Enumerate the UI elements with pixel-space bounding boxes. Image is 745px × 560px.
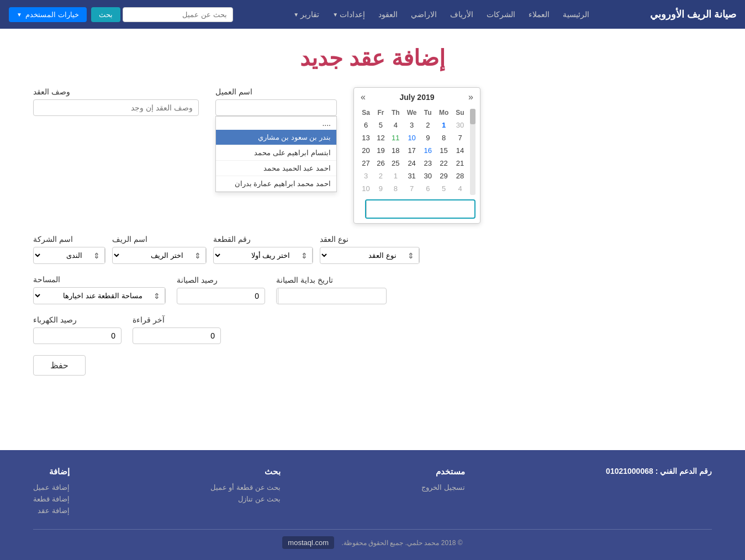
support-label: رقم الدعم الفني :	[656, 467, 712, 476]
cal-day[interactable]: 10	[403, 131, 421, 144]
last-reading-input[interactable]	[133, 327, 221, 344]
cal-day[interactable]: 29	[435, 170, 452, 182]
date-input[interactable]	[367, 202, 474, 217]
plot-arrow[interactable]: ⇕	[297, 248, 313, 263]
footer-grid: رقم الدعم الفني : 01021000068 مستخدم تسج…	[33, 467, 712, 518]
cal-day[interactable]: 9	[373, 182, 388, 195]
brand: صيانة الريف الأوروبي	[650, 8, 736, 20]
maintenance-date-calendar-button[interactable]: 📅	[276, 288, 278, 304]
cal-day[interactable]: 10	[358, 182, 373, 195]
calendar-toggle-button[interactable]: 📅	[365, 200, 367, 218]
plot-select[interactable]: اختر ريف أولا	[214, 247, 297, 263]
cal-day[interactable]: 13	[358, 131, 373, 144]
user-options-button[interactable]: خيارات المستخدم	[9, 7, 87, 22]
company-select[interactable]: الندى	[34, 247, 89, 263]
cal-day[interactable]: 2	[373, 170, 388, 182]
footer-add-client[interactable]: إضافة عميل	[33, 483, 70, 492]
cal-day[interactable]: 17	[403, 144, 421, 157]
footer-add-title: إضافة	[33, 467, 70, 477]
cal-day[interactable]: 5	[435, 182, 452, 195]
reef-arrow[interactable]: ⇕	[190, 248, 206, 263]
area-arrow[interactable]: ⇕	[149, 288, 165, 304]
save-button[interactable]: حفظ	[33, 355, 86, 376]
contract-desc-input[interactable]	[33, 99, 199, 116]
client-item-0[interactable]: بندر بن سعود بن مشاري	[216, 130, 336, 145]
electric-balance-input[interactable]	[33, 327, 121, 344]
cal-day[interactable]: 27	[358, 157, 373, 170]
cal-day[interactable]: 5	[373, 119, 388, 131]
cal-day[interactable]: 31	[403, 170, 421, 182]
electric-balance-group: رصيد الكهرباء	[33, 315, 121, 344]
cal-day[interactable]: 20	[358, 144, 373, 157]
cal-prev-button[interactable]: «	[466, 92, 475, 102]
cal-day[interactable]: 12	[373, 131, 388, 144]
cal-day[interactable]: 16	[420, 144, 435, 157]
cal-day[interactable]: 8	[435, 131, 452, 144]
cal-day[interactable]: 4	[452, 182, 468, 195]
cal-day[interactable]: 25	[388, 157, 403, 170]
cal-day[interactable]: 21	[452, 157, 468, 170]
cal-day[interactable]: 1	[388, 170, 403, 182]
cal-day[interactable]: 6	[420, 182, 435, 195]
cal-day[interactable]: 6	[358, 119, 373, 131]
cal-day[interactable]: 18	[388, 144, 403, 157]
footer-search-link-0[interactable]: بحث عن قطعة أو عميل	[210, 483, 281, 492]
cal-day[interactable]: 11	[388, 131, 403, 144]
cal-day[interactable]: 3	[358, 170, 373, 182]
cal-day[interactable]: 30	[452, 119, 468, 131]
nav-home[interactable]: الرئيسية	[557, 8, 595, 21]
footer-logout-link[interactable]: تسجيل الخروج	[421, 483, 465, 492]
contract-desc-label: وصف العقد	[33, 87, 70, 96]
nav-settings[interactable]: إعدادات▼	[327, 8, 371, 21]
nav-companies[interactable]: الشركات	[481, 8, 521, 21]
cal-day[interactable]: 7	[452, 131, 468, 144]
area-select[interactable]: مساحة القطعة عند اخيارها	[34, 288, 149, 304]
readings-row: آخر قراءة رصيد الكهرباء	[33, 315, 712, 344]
last-reading-group: آخر قراءة	[133, 315, 221, 344]
footer-add-plot[interactable]: إضافة قطعة	[33, 495, 70, 503]
contract-type-select[interactable]: نوع العقد	[320, 247, 403, 263]
search-input[interactable]	[123, 7, 233, 22]
maintenance-balance-input[interactable]	[177, 288, 265, 304]
cal-day[interactable]: 1	[435, 119, 452, 131]
nav-contracts[interactable]: العقود	[373, 8, 403, 21]
nav-reports[interactable]: تقارير▼	[288, 8, 325, 21]
nav-reefs[interactable]: الأرياف	[445, 8, 479, 21]
contract-type-group: نوع العقد ⇕ نوع العقد	[320, 235, 420, 264]
cal-day[interactable]: 22	[435, 157, 452, 170]
search-button[interactable]: بحث	[91, 7, 120, 22]
reef-select[interactable]: اختر الريف	[113, 247, 190, 263]
client-item-3[interactable]: احمد محمد ابراهيم عمارة بدران	[216, 176, 336, 192]
plot-number-label: رقم القطعة	[213, 235, 251, 244]
cal-day[interactable]: 9	[420, 131, 435, 144]
client-item-2[interactable]: احمد عبد الحميد محمد	[216, 161, 336, 176]
plot-select-wrapper: ⇕ اختر ريف أولا	[213, 247, 313, 264]
cal-day[interactable]: 30	[420, 170, 435, 182]
nav-lands[interactable]: الاراضي	[405, 8, 442, 21]
cal-day[interactable]: 2	[420, 119, 435, 131]
cal-day[interactable]: 14	[452, 144, 468, 157]
cal-day[interactable]: 19	[373, 144, 388, 157]
cal-next-button[interactable]: »	[358, 92, 368, 102]
cal-day[interactable]: 8	[388, 182, 403, 195]
nav-clients[interactable]: العملاء	[523, 8, 555, 21]
footer-add-contract[interactable]: إضافة عقد	[33, 506, 70, 515]
cal-day[interactable]: 7	[403, 182, 421, 195]
cal-day[interactable]: 4	[388, 119, 403, 131]
client-dots: ....	[216, 117, 336, 130]
date-input-container: 📅	[365, 199, 475, 219]
cal-day[interactable]: 3	[403, 119, 421, 131]
footer-search-link-1[interactable]: بحث عن تنازل	[210, 495, 281, 503]
cal-day[interactable]: 26	[373, 157, 388, 170]
company-arrow[interactable]: ⇕	[89, 248, 105, 263]
main-content: إضافة عقد جديد « July 2019 » Su Mo	[0, 29, 745, 450]
contract-type-arrow[interactable]: ⇕	[403, 248, 419, 263]
cal-day[interactable]: 15	[435, 144, 452, 157]
client-search-input[interactable]	[215, 99, 337, 116]
cal-day[interactable]: 28	[452, 170, 468, 182]
maintenance-date-input[interactable]	[278, 288, 386, 304]
client-item-1[interactable]: ابتسام ابراهيم على محمد	[216, 145, 336, 161]
cal-month-year: July 2019	[399, 93, 434, 102]
cal-day[interactable]: 24	[403, 157, 421, 170]
cal-day[interactable]: 23	[420, 157, 435, 170]
